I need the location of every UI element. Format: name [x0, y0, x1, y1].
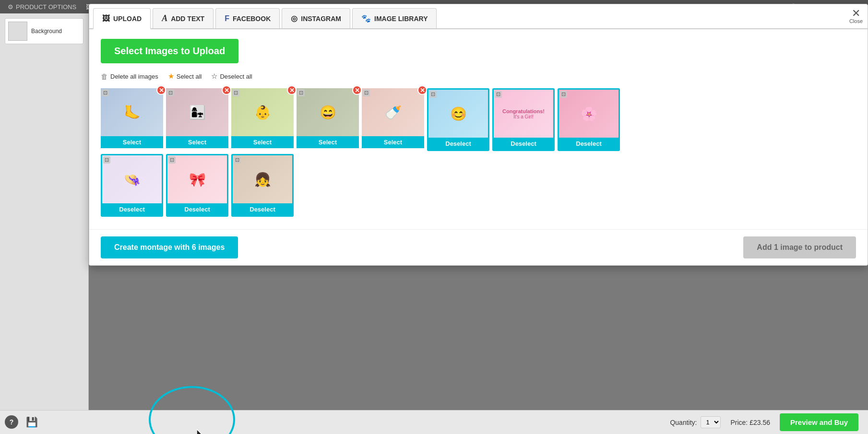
crop-icon-2: ⊡ [167, 89, 174, 96]
image-row-2: ⊡ 👒 Deselect ⊡ 🎀 Deselect ⊡ 👧 D [101, 154, 856, 217]
imagelibrary-tab-label: IMAGE LIBRARY [374, 15, 428, 23]
modal-footer: Create montage with 6 images Add 1 image… [89, 229, 868, 265]
help-icon[interactable]: ? [5, 415, 18, 429]
crop-icon-4: ⊡ [297, 89, 305, 96]
close-label: Close [849, 19, 863, 24]
delete-icon-5[interactable]: ✕ [417, 85, 427, 95]
tab-addtext[interactable]: A ADD TEXT [153, 8, 214, 28]
background-item[interactable]: Background [5, 18, 83, 44]
select-btn-1[interactable]: Select [101, 136, 163, 148]
select-all-star-icon: ★ [168, 72, 174, 81]
quantity-section: Quantity: 1 2 3 [670, 416, 721, 428]
image-item-7[interactable]: ⊡ Congratulations! It's a Girl! Deselect [492, 88, 555, 151]
img-thumb-7: Congratulations! It's a Girl! [494, 90, 553, 138]
select-all-label: Select all [177, 73, 202, 80]
select-images-button[interactable]: Select Images to Upload [101, 39, 238, 63]
product-options-label: PRODUCT OPTIONS [16, 3, 76, 11]
img-thumb-11: 👧 [233, 155, 292, 203]
image-item-5[interactable]: ⊡ ✕ 🍼 Select [362, 88, 424, 151]
deselect-all-button[interactable]: ☆ Deselect all [211, 72, 252, 81]
delete-icon-2[interactable]: ✕ [222, 85, 231, 95]
quantity-label: Quantity: [670, 419, 697, 426]
crop-icon-5: ⊡ [363, 89, 370, 96]
left-panel: Background [0, 13, 89, 410]
deselect-btn-8[interactable]: Deselect [559, 138, 618, 150]
deselect-btn-7[interactable]: Deselect [494, 138, 553, 150]
img-thumb-2: 👩‍👧 [166, 88, 228, 136]
image-item-1[interactable]: ⊡ ✕ 🦶 Select [101, 88, 163, 151]
add-to-product-button[interactable]: Add 1 image to product [743, 236, 856, 258]
image-item-10[interactable]: ⊡ 🎀 Deselect [166, 154, 228, 217]
select-all-button[interactable]: ★ Select all [168, 72, 202, 81]
bottom-bar: ? 💾 Quantity: 1 2 3 Price: £23.56 Previe… [0, 410, 868, 434]
select-btn-5[interactable]: Select [362, 136, 424, 148]
trash-icon: 🗑 [101, 72, 108, 81]
img-thumb-3: 👶 [231, 88, 294, 136]
img-thumb-10: 🎀 [167, 155, 227, 203]
facebook-tab-label: FACEBOOK [233, 15, 271, 23]
product-options-menu[interactable]: ⚙ PRODUCT OPTIONS [8, 3, 76, 11]
deselect-all-label: Deselect all [220, 73, 252, 80]
img-thumb-9: 👒 [102, 155, 162, 203]
image-item-3[interactable]: ⊡ ✕ 👶 Select [231, 88, 294, 151]
delete-all-button[interactable]: 🗑 Delete all images [101, 72, 158, 81]
actions-bar: 🗑 Delete all images ★ Select all ☆ Desel… [101, 72, 856, 81]
image-item-6[interactable]: ⊡ 😊 Deselect [427, 88, 489, 151]
image-item-2[interactable]: ⊡ ✕ 👩‍👧 Select [166, 88, 228, 151]
image-item-11[interactable]: ⊡ 👧 Deselect [231, 154, 294, 217]
tab-bar: 🖼 UPLOAD A ADD TEXT f FACEBOOK ◎ INSTAGR… [89, 4, 868, 29]
select-btn-3[interactable]: Select [231, 136, 294, 148]
price-label: Price: £23.56 [730, 419, 770, 426]
facebook-tab-icon: f [225, 14, 229, 23]
deselect-btn-10[interactable]: Deselect [167, 203, 227, 215]
image-item-9[interactable]: ⊡ 👒 Deselect [101, 154, 163, 217]
crop-icon-8: ⊡ [560, 91, 567, 98]
deselect-btn-6[interactable]: Deselect [428, 138, 488, 150]
upload-tab-label: UPLOAD [113, 15, 142, 23]
tab-facebook[interactable]: f FACEBOOK [215, 8, 280, 28]
background-thumbnail [8, 22, 27, 41]
upload-tab-icon: 🖼 [102, 14, 110, 23]
tab-instagram[interactable]: ◎ INSTAGRAM [282, 8, 350, 28]
img-thumb-1: 🦶 [101, 88, 163, 136]
create-montage-button[interactable]: Create montage with 6 images [101, 236, 238, 258]
img-thumb-5: 🍼 [362, 88, 424, 136]
img-thumb-4: 😄 [297, 88, 359, 136]
delete-icon-1[interactable]: ✕ [156, 85, 166, 95]
tab-upload[interactable]: 🖼 UPLOAD [93, 8, 151, 29]
modal-content: Select Images to Upload 🗑 Delete all ima… [89, 29, 868, 229]
crop-icon-9: ⊡ [103, 156, 110, 164]
close-modal-button[interactable]: ✕Close [849, 8, 863, 24]
crop-icon-10: ⊡ [168, 156, 176, 164]
instagram-tab-icon: ◎ [291, 14, 297, 23]
quantity-select[interactable]: 1 2 3 [701, 416, 721, 428]
delete-all-label: Delete all images [110, 73, 158, 80]
img-thumb-8: 🌸 [559, 90, 618, 138]
deselect-btn-9[interactable]: Deselect [102, 203, 162, 215]
save-icon[interactable]: 💾 [24, 414, 39, 430]
imagelibrary-tab-icon: 🐾 [361, 14, 371, 23]
preview-buy-button[interactable]: Preview and Buy [780, 413, 858, 431]
upload-modal: 🖼 UPLOAD A ADD TEXT f FACEBOOK ◎ INSTAGR… [89, 4, 868, 266]
delete-icon-4[interactable]: ✕ [352, 85, 362, 95]
instagram-tab-label: INSTAGRAM [301, 15, 341, 23]
delete-icon-3[interactable]: ✕ [287, 85, 297, 95]
tab-imagelibrary[interactable]: 🐾 IMAGE LIBRARY [352, 8, 437, 28]
deselect-btn-11[interactable]: Deselect [233, 203, 292, 215]
gear-icon: ⚙ [8, 3, 13, 11]
image-item-8[interactable]: ⊡ 🌸 Deselect [558, 88, 620, 151]
select-btn-2[interactable]: Select [166, 136, 228, 148]
background-label: Background [31, 28, 62, 35]
addtext-tab-label: ADD TEXT [171, 15, 204, 23]
deselect-all-star-icon: ☆ [211, 72, 217, 81]
img-thumb-6: 😊 [428, 90, 488, 138]
crop-icon-6: ⊡ [429, 91, 437, 98]
image-item-4[interactable]: ⊡ ✕ 😄 Select [297, 88, 359, 151]
crop-icon-1: ⊡ [102, 89, 109, 96]
crop-icon-11: ⊡ [234, 156, 241, 164]
image-row-1: ⊡ ✕ 🦶 Select ⊡ ✕ 👩‍👧 Select ⊡ ✕ [101, 88, 856, 151]
select-btn-4[interactable]: Select [297, 136, 359, 148]
crop-icon-3: ⊡ [232, 89, 239, 96]
addtext-tab-icon: A [162, 13, 167, 23]
crop-icon-7: ⊡ [495, 91, 502, 98]
